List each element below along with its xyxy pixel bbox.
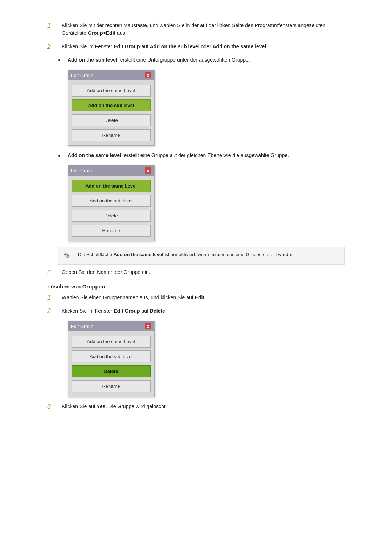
dialog-title-bar-2: Edit Group x xyxy=(68,165,154,176)
dialog-close-btn-1[interactable]: x xyxy=(145,72,151,78)
loschen-step-2-number: 2 xyxy=(47,307,58,315)
bullet-text-1: Add on the sub level: erstellt eine Unte… xyxy=(68,56,345,64)
main-content: 1 Klicken Sie mit der rechten Maustaste,… xyxy=(47,22,345,410)
step-2-text-d: . xyxy=(266,44,268,49)
dialog-same-level: Edit Group x Add on the same Level Add o… xyxy=(68,165,345,241)
loschen-step-2-bold2: Delete xyxy=(150,308,165,314)
loschen-step-1-text: Wählen Sie einen Gruppennamen aus, und k… xyxy=(62,294,345,301)
dialog-delete: Edit Group x Add on the same Level Add o… xyxy=(68,321,345,397)
step-2-bold2: Add on the sub level xyxy=(150,44,200,49)
section-heading-loschen: Löschen von Gruppen xyxy=(47,283,345,290)
dialog-close-btn-2[interactable]: x xyxy=(145,167,151,174)
loschen-step-2-text: Klicken Sie im Fenster Edit Group auf De… xyxy=(62,307,345,315)
btn-sub-level-3[interactable]: Add on the sub level xyxy=(72,350,151,362)
dialog-title-1: Edit Group xyxy=(71,73,93,78)
loschen-step-1-number: 1 xyxy=(47,294,58,301)
dialog-box-1: Edit Group x Add on the same Level Add o… xyxy=(68,70,155,146)
dialog-box-3: Edit Group x Add on the same Level Add o… xyxy=(68,321,155,397)
loschen-step-1: 1 Wählen Sie einen Gruppennamen aus, und… xyxy=(47,294,345,301)
step-2-bold1: Edit Group xyxy=(114,44,140,49)
bullet-1-label: Add on the sub level xyxy=(68,57,117,63)
step-final-3-text-a: Klicken Sie auf xyxy=(62,403,97,409)
bullet-text-2: Add on the same level: erstellt eine Gru… xyxy=(68,152,345,159)
step-final-3-bold: Yes xyxy=(97,403,106,409)
loschen-step-1-text-b: . xyxy=(204,295,206,300)
loschen-step-2-bold1: Edit Group xyxy=(114,308,140,314)
step-final-3-text-b: . Die Gruppe wird gelöscht. xyxy=(106,403,167,409)
bullet-2-label: Add on the same level xyxy=(68,152,121,158)
step-3-number: 3 xyxy=(47,268,58,276)
dialog-title-3: Edit Group xyxy=(71,324,93,329)
step-2-number: 2 xyxy=(47,43,58,50)
btn-delete-3[interactable]: Delete xyxy=(72,365,151,377)
step-3-content: Geben Sie den Namen der Gruppe ein. xyxy=(62,269,150,275)
btn-same-level-3[interactable]: Add on the same Level xyxy=(72,336,151,348)
note-text: Die Schaltfläche Add on the same level i… xyxy=(78,251,292,258)
bullet-1-desc: : erstellt eine Untergruppe unter der au… xyxy=(117,57,250,63)
step-final-3-text: Klicken Sie auf Yes. Die Gruppe wird gel… xyxy=(62,403,345,410)
step-2-text-c: oder xyxy=(200,44,213,49)
step-1-text: Klicken Sie mit der rechten Maustaste, u… xyxy=(62,22,345,37)
step-2-text-b: auf xyxy=(140,44,150,49)
step-2-bold3: Add on the same level xyxy=(212,44,266,49)
note-text-b: ist nur aktiviert, wenn mindestens eine … xyxy=(163,252,293,257)
dialog-body-3: Add on the same Level Add on the sub lev… xyxy=(68,331,154,397)
dialog-body-1: Add on the same Level Add on the sub lev… xyxy=(68,80,154,145)
loschen-step-1-text-a: Wählen Sie einen Gruppennamen aus, und k… xyxy=(62,295,195,300)
btn-rename-1[interactable]: Rename xyxy=(72,129,151,141)
btn-delete-1[interactable]: Delete xyxy=(72,114,151,126)
dialog-sub-level: Edit Group x Add on the same Level Add o… xyxy=(68,70,345,146)
btn-sub-level-2[interactable]: Add on the sub level xyxy=(72,195,151,207)
step-1: 1 Klicken Sie mit der rechten Maustaste,… xyxy=(47,22,345,37)
btn-same-level-1[interactable]: Add on the same Level xyxy=(72,85,151,97)
btn-same-level-2[interactable]: Add on the same Level xyxy=(72,180,151,192)
bullet-item-1: • Add on the sub level: erstellt eine Un… xyxy=(58,56,345,65)
note-icon: ✎ xyxy=(64,251,74,261)
note-bold: Add on the same level xyxy=(114,252,163,257)
dialog-title-2: Edit Group xyxy=(71,168,93,173)
step-3: 3 Geben Sie den Namen der Gruppe ein. xyxy=(47,268,345,276)
bullet-2-desc: : erstellt eine Gruppe auf der gleichen … xyxy=(121,152,289,158)
step-2-text-a: Klicken Sie im Fenster xyxy=(62,44,114,49)
dialog-body-2: Add on the same Level Add on the sub lev… xyxy=(68,176,154,241)
loschen-step-2: 2 Klicken Sie im Fenster Edit Group auf … xyxy=(47,307,345,315)
bullet-item-2: • Add on the same level: erstellt eine G… xyxy=(58,152,345,161)
step-1-number: 1 xyxy=(47,22,58,29)
note-text-a: Die Schaltfläche xyxy=(78,252,114,257)
dialog-box-2: Edit Group x Add on the same Level Add o… xyxy=(68,165,155,241)
dialog-title-bar-1: Edit Group x xyxy=(68,70,154,80)
step-2-text: Klicken Sie im Fenster Edit Group auf Ad… xyxy=(62,43,345,50)
dialog-title-bar-3: Edit Group x xyxy=(68,321,154,331)
bullet-section: • Add on the sub level: erstellt eine Un… xyxy=(58,56,345,265)
loschen-step-2-text-a: Klicken Sie im Fenster xyxy=(62,308,114,314)
loschen-step-2-text-b: auf xyxy=(140,308,150,314)
step-2: 2 Klicken Sie im Fenster Edit Group auf … xyxy=(47,43,345,50)
step-3-text: Geben Sie den Namen der Gruppe ein. xyxy=(62,268,345,276)
loschen-step-2-text-c: . xyxy=(165,308,167,314)
step-final-3-number: 3 xyxy=(47,403,58,410)
btn-delete-2[interactable]: Delete xyxy=(72,210,151,222)
loschen-step-1-bold: Edit xyxy=(195,295,204,300)
step-1-text-b: aus. xyxy=(115,30,126,36)
btn-rename-2[interactable]: Rename xyxy=(72,225,151,237)
bullet-dot-1: • xyxy=(58,56,65,65)
bullet-dot-2: • xyxy=(58,152,65,161)
step-1-bold: Group>Edit xyxy=(88,30,116,36)
btn-rename-3[interactable]: Rename xyxy=(72,380,151,392)
dialog-close-btn-3[interactable]: x xyxy=(145,323,151,329)
note-box: ✎ Die Schaltfläche Add on the same level… xyxy=(58,247,345,265)
step-final-3: 3 Klicken Sie auf Yes. Die Gruppe wird g… xyxy=(47,403,345,410)
btn-sub-level-1[interactable]: Add on the sub level xyxy=(72,99,151,111)
